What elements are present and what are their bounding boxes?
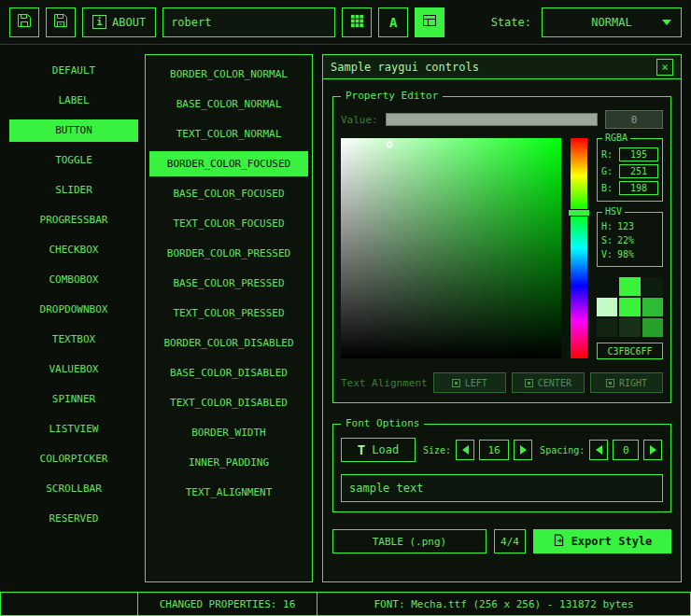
property-item-selected[interactable]: BORDER_COLOR_FOCUSED — [149, 151, 308, 176]
export-style-button[interactable]: Export Style — [533, 529, 671, 553]
state-dropdown[interactable]: NORMAL — [542, 7, 682, 37]
hue-slider[interactable] — [571, 138, 587, 358]
controls-item-label[interactable]: LABEL — [9, 90, 138, 112]
style-color-swatch[interactable] — [642, 318, 663, 337]
property-item[interactable]: BORDER_COLOR_DISABLED — [149, 330, 308, 356]
property-item[interactable]: TEXT_COLOR_FOCUSED — [149, 211, 308, 236]
controls-item-default[interactable]: DEFAULT — [9, 60, 138, 82]
toolbar: i ABOUT A State: NORMAL — [0, 0, 691, 45]
controls-item-reserved[interactable]: RESERVED — [9, 508, 138, 530]
controls-item-toggle[interactable]: TOGGLE — [9, 149, 138, 172]
controls-item-button[interactable]: BUTTON — [9, 119, 138, 142]
align-left-label: LEFT — [465, 378, 487, 388]
property-item[interactable]: BORDER_COLOR_PRESSED — [149, 241, 308, 266]
property-item[interactable]: TEXT_COLOR_DISABLED — [149, 390, 308, 415]
table-view-button[interactable] — [415, 7, 444, 37]
red-value: 195 — [619, 147, 658, 161]
property-item[interactable]: BORDER_WIDTH — [149, 420, 308, 445]
load-font-button[interactable]: T Load — [341, 438, 416, 462]
spacing-decrease-button[interactable] — [589, 440, 608, 460]
font-view-button[interactable]: A — [378, 7, 408, 37]
arrow-left-icon — [596, 445, 602, 455]
open-style-button[interactable] — [9, 7, 39, 37]
properties-list: BORDER_COLOR_NORMAL BASE_COLOR_NORMAL TE… — [145, 54, 313, 582]
value-label: Value: — [341, 114, 378, 126]
property-item[interactable]: BORDER_COLOR_NORMAL — [149, 62, 308, 87]
align-left-button[interactable]: LEFT — [433, 372, 506, 393]
style-color-swatch[interactable] — [619, 318, 640, 337]
color-picker-cursor-icon[interactable] — [386, 142, 392, 148]
style-name-input[interactable] — [162, 7, 335, 37]
save-style-button[interactable] — [46, 7, 76, 37]
property-item[interactable]: TEXT_COLOR_PRESSED — [149, 301, 308, 326]
text-alignment-row: Text Alignment LEFT CENTER RIGHT — [341, 372, 663, 393]
style-color-grid — [597, 277, 663, 337]
hex-color-value[interactable]: C3FBC6FF — [597, 343, 663, 359]
close-icon[interactable]: × — [656, 59, 673, 76]
color-picker-panel[interactable] — [341, 138, 561, 358]
floppy-disk-icon — [17, 13, 32, 31]
controls-item-combobox[interactable]: COMBOBOX — [9, 269, 138, 291]
hue-row: H: 123 — [601, 221, 658, 231]
hsv-label: HSV — [602, 206, 625, 217]
sample-text-input[interactable] — [341, 474, 663, 502]
controls-item-checkbox[interactable]: CHECKBOX — [9, 239, 138, 261]
style-color-swatch[interactable] — [597, 318, 617, 337]
controls-item-listview[interactable]: LISTVIEW — [9, 418, 138, 441]
value-slider[interactable] — [386, 113, 598, 126]
property-item[interactable]: BASE_COLOR_PRESSED — [149, 271, 308, 296]
font-row: T Load Size: 16 Spacing: 0 — [341, 438, 663, 462]
style-color-swatch[interactable] — [619, 277, 640, 296]
blue-label: B: — [601, 183, 613, 193]
property-item[interactable]: BASE_COLOR_DISABLED — [149, 360, 308, 385]
property-item[interactable]: BASE_COLOR_NORMAL — [149, 91, 308, 117]
controls-item-textbox[interactable]: TEXTBOX — [9, 329, 138, 351]
grid-icon — [350, 14, 364, 31]
style-color-swatch[interactable] — [597, 298, 617, 316]
hue-slider-handle[interactable] — [568, 209, 590, 217]
align-right-button[interactable]: RIGHT — [590, 372, 663, 393]
color-values-column: RGBA R: 195 G: 251 B: 198 — [597, 138, 663, 359]
rgba-label: RGBA — [602, 133, 630, 143]
chevron-down-icon — [662, 20, 671, 25]
spacing-increase-button[interactable] — [643, 440, 662, 460]
property-item[interactable]: TEXT_COLOR_NORMAL — [149, 121, 308, 147]
property-item[interactable]: BASE_COLOR_FOCUSED — [149, 181, 308, 206]
style-color-swatch[interactable] — [642, 277, 663, 296]
about-button-label: ABOUT — [112, 16, 146, 29]
saturation-label: S: — [601, 235, 613, 245]
controls-item-spinner[interactable]: SPINNER — [9, 388, 138, 411]
size-value[interactable]: 16 — [479, 440, 509, 460]
controls-item-dropdownbox[interactable]: DROPDOWNBOX — [9, 299, 138, 321]
align-center-button[interactable]: CENTER — [512, 372, 585, 393]
controls-item-progressbar[interactable]: PROGRESSBAR — [9, 209, 138, 231]
style-color-swatch[interactable] — [642, 298, 663, 316]
align-left-icon — [452, 379, 460, 387]
grid-view-button[interactable] — [342, 7, 372, 37]
align-right-icon — [606, 379, 614, 387]
size-increase-button[interactable] — [514, 440, 532, 460]
blue-row: B: 198 — [601, 181, 658, 195]
font-options-group: Font Options T Load Size: 16 Spacing: 0 — [332, 424, 671, 512]
controls-item-slider[interactable]: SLIDER — [9, 179, 138, 202]
size-label: Size: — [423, 445, 451, 455]
sample-controls-window: Sample raygui controls × Property Editor… — [322, 54, 682, 582]
value-row-hsv: V: 98% — [601, 249, 658, 259]
controls-item-valuebox[interactable]: VALUEBOX — [9, 358, 138, 381]
value-button[interactable]: 0 — [605, 110, 663, 129]
pages-value[interactable]: 4/4 — [494, 529, 526, 553]
status-font-info: FONT: Mecha.ttf (256 x 256) - 131872 byt… — [317, 592, 691, 616]
property-item[interactable]: TEXT_ALIGNMENT — [149, 480, 308, 505]
property-item[interactable]: INNER_PADDING — [149, 450, 308, 475]
size-decrease-button[interactable] — [456, 440, 474, 460]
window-body: Property Editor Value: 0 RGBA — [323, 79, 681, 581]
spacing-value[interactable]: 0 — [613, 440, 639, 460]
state-dropdown-value: NORMAL — [591, 16, 631, 29]
style-color-swatch[interactable] — [619, 298, 640, 316]
style-color-swatch[interactable] — [597, 277, 617, 296]
about-button[interactable]: i ABOUT — [82, 7, 156, 37]
controls-item-colorpicker[interactable]: COLORPICKER — [9, 448, 138, 470]
controls-item-scrollbar[interactable]: SCROLLBAR — [9, 478, 138, 500]
rgba-group: RGBA R: 195 G: 251 B: 198 — [597, 138, 663, 202]
export-format-button[interactable]: TABLE (.png) — [332, 529, 487, 553]
